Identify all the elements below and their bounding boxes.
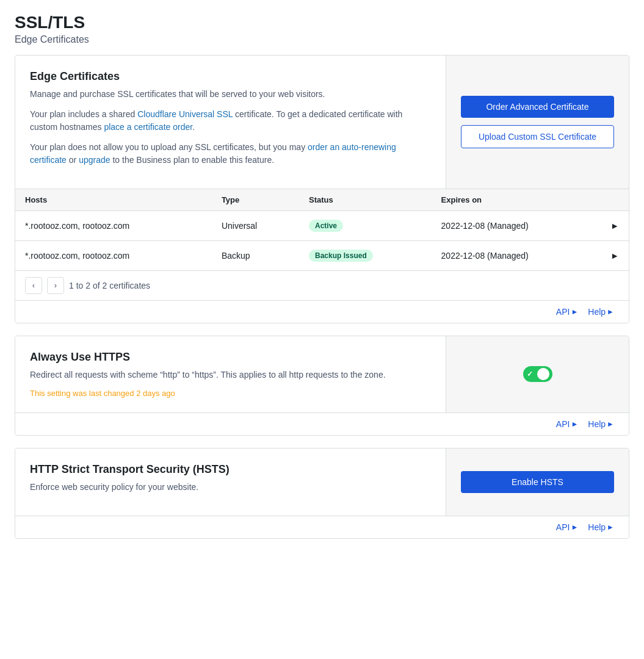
table-row: *.rootooz.com, rootooz.com Universal Act… <box>15 211 629 240</box>
col-action <box>601 189 629 211</box>
api-link[interactable]: API ► <box>556 307 578 317</box>
enable-hsts-button[interactable]: Enable HSTS <box>461 471 614 493</box>
edge-cert-desc3: Your plan does not allow you to upload a… <box>30 141 431 167</box>
cloudflare-universal-ssl-link[interactable]: Cloudflare Universal SSL <box>137 109 233 119</box>
always-https-title: Always Use HTTPS <box>30 351 431 364</box>
pagination-info: 1 to 2 of 2 certificates <box>69 281 150 290</box>
row1-type: Universal <box>212 211 299 240</box>
order-advanced-cert-button[interactable]: Order Advanced Certificate <box>461 96 614 118</box>
desc2-end: . <box>192 122 195 132</box>
toggle-slider <box>523 366 552 382</box>
row2-arrow[interactable]: ► <box>601 240 629 270</box>
last-changed-text: This setting was last changed 2 days ago <box>30 389 431 398</box>
certificates-table-wrapper: Hosts Type Status Expires on *.rootooz.c… <box>15 189 629 300</box>
status-badge: Backup Issued <box>309 250 373 262</box>
upload-custom-ssl-button[interactable]: Upload Custom SSL Certificate <box>461 125 614 148</box>
desc3-prefix: Your plan does not allow you to upload a… <box>30 142 308 152</box>
certificates-table: Hosts Type Status Expires on *.rootooz.c… <box>15 189 629 270</box>
edge-cert-desc2: Your plan includes a shared Cloudflare U… <box>30 108 431 134</box>
table-row: *.rootooz.com, rootooz.com Backup Backup… <box>15 240 629 270</box>
api-arrow-icon: ► <box>571 308 578 316</box>
row2-hosts: *.rootooz.com, rootooz.com <box>15 240 212 270</box>
always-https-footer: API ► Help ► <box>15 412 629 435</box>
page-title: SSL/TLS <box>15 12 629 33</box>
prev-page-button[interactable]: ‹ <box>25 277 42 294</box>
hsts-desc: Enforce web security policy for your web… <box>30 481 431 494</box>
row2-expires: 2022-12-08 (Managed) <box>432 240 601 270</box>
row1-arrow[interactable]: ► <box>601 211 629 240</box>
desc2-prefix: Your plan includes a shared <box>30 109 137 119</box>
row2-type: Backup <box>212 240 299 270</box>
hsts-footer: API ► Help ► <box>15 516 629 538</box>
always-https-desc: Redirect all requests with scheme “http”… <box>30 369 431 381</box>
row1-status: Active <box>299 211 432 240</box>
col-status: Status <box>299 189 432 211</box>
upgrade-link[interactable]: upgrade <box>79 155 110 165</box>
row2-status: Backup Issued <box>299 240 432 270</box>
hsts-title: HTTP Strict Transport Security (HSTS) <box>30 463 431 476</box>
help-arrow-icon: ► <box>607 523 614 531</box>
help-link[interactable]: Help ► <box>588 522 614 532</box>
help-arrow-icon: ► <box>607 308 614 316</box>
page-subtitle: Edge Certificates <box>15 34 629 45</box>
desc3-end: to the Business plan to enable this feat… <box>110 155 275 165</box>
edge-cert-desc1: Manage and purchase SSL certificates tha… <box>30 88 431 101</box>
edge-cert-title: Edge Certificates <box>30 70 431 83</box>
api-arrow-icon: ► <box>571 420 578 428</box>
api-link[interactable]: API ► <box>556 419 578 429</box>
row1-hosts: *.rootooz.com, rootooz.com <box>15 211 212 240</box>
help-link[interactable]: Help ► <box>588 419 614 429</box>
always-https-toggle[interactable]: ✓ <box>523 366 552 382</box>
row1-expires: 2022-12-08 (Managed) <box>432 211 601 240</box>
hsts-card: HTTP Strict Transport Security (HSTS) En… <box>15 448 629 539</box>
pagination-row: ‹ › 1 to 2 of 2 certificates <box>15 270 629 300</box>
col-type: Type <box>212 189 299 211</box>
always-https-card: Always Use HTTPS Redirect all requests w… <box>15 336 629 436</box>
help-link[interactable]: Help ► <box>588 307 614 317</box>
edge-certificates-card: Edge Certificates Manage and purchase SS… <box>15 55 629 323</box>
col-expires: Expires on <box>432 189 601 211</box>
status-badge: Active <box>309 220 343 232</box>
help-arrow-icon: ► <box>607 420 614 428</box>
edge-cert-footer: API ► Help ► <box>15 300 629 323</box>
api-link[interactable]: API ► <box>556 522 578 532</box>
desc3-mid: or <box>67 155 79 165</box>
place-certificate-order-link[interactable]: place a certificate order <box>104 122 192 132</box>
api-arrow-icon: ► <box>571 523 578 531</box>
col-hosts: Hosts <box>15 189 212 211</box>
next-page-button[interactable]: › <box>47 277 64 294</box>
toggle-container: ✓ <box>523 366 552 382</box>
